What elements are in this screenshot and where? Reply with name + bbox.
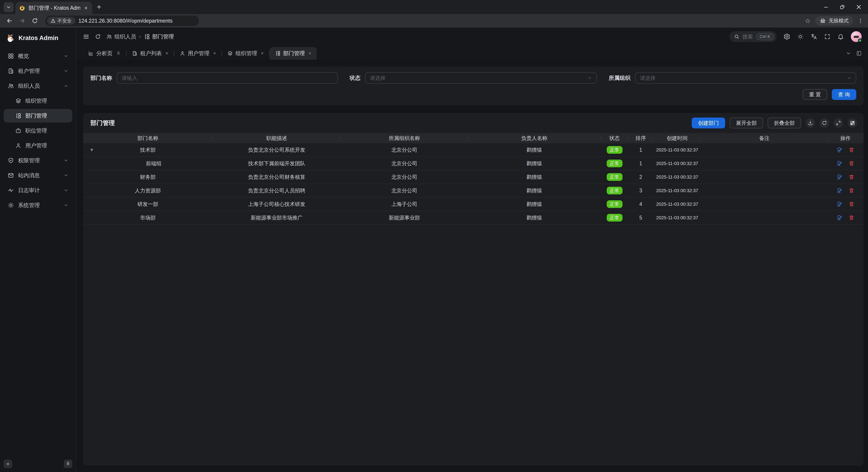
- pin-icon[interactable]: [116, 51, 121, 56]
- search-button[interactable]: 查 询: [832, 89, 856, 100]
- page-tab-dept-manage[interactable]: 部门管理 ×: [270, 47, 317, 60]
- browser-tab[interactable]: 部门管理 - Kratos Admin ×: [16, 2, 92, 14]
- sidebar-item-dept-manage[interactable]: 部门管理: [4, 109, 72, 123]
- filter-field-org: 所属组织 请选择: [609, 72, 856, 84]
- column-header[interactable]: 状态: [601, 135, 628, 142]
- create-dept-button[interactable]: 创建部门: [692, 118, 725, 128]
- user-avatar[interactable]: [851, 31, 862, 42]
- sidebar-item-org-manage[interactable]: 组织管理: [4, 94, 72, 107]
- status-select[interactable]: 请选择: [365, 72, 597, 84]
- column-header[interactable]: 操作: [828, 135, 863, 142]
- sidebar-item-position-manage[interactable]: 职位管理: [4, 124, 72, 137]
- sidebar-item-system[interactable]: 系统管理: [4, 198, 72, 212]
- sidebar-collapse-button[interactable]: «: [4, 460, 12, 468]
- settings-gear-icon[interactable]: [783, 33, 790, 40]
- security-chip[interactable]: 不安全: [47, 17, 75, 25]
- sidebar-item-permission[interactable]: 权限管理: [4, 154, 72, 167]
- page-refresh-icon[interactable]: [95, 34, 101, 39]
- table-refresh-button[interactable]: [819, 118, 829, 128]
- column-header[interactable]: 职能描述: [213, 135, 341, 142]
- reset-button[interactable]: 重 置: [803, 89, 827, 100]
- app-shell: Kratos Admin 概览 租户管理 组织人员: [0, 28, 868, 472]
- translate-icon[interactable]: [811, 33, 817, 40]
- tab-close-icon[interactable]: ×: [261, 51, 264, 56]
- column-header[interactable]: 所属组织名称: [341, 135, 468, 142]
- sidebar-item-overview[interactable]: 概览: [4, 49, 72, 63]
- page-tab-user-manage[interactable]: 用户管理 ×: [174, 47, 221, 60]
- edit-button[interactable]: [837, 188, 843, 193]
- column-header[interactable]: 排序: [628, 135, 653, 142]
- table-row[interactable]: 研发一部 上海子公司核心技术研发 上海子公司 鹳狸猿 正常 4 2025-11-…: [83, 197, 864, 211]
- sidebar-item-label: 租户管理: [18, 67, 60, 74]
- sidebar-item-user-manage[interactable]: 用户管理: [4, 139, 72, 152]
- forward-button[interactable]: [17, 16, 27, 26]
- column-header[interactable]: 创建时间: [653, 135, 701, 142]
- bookmark-star-icon[interactable]: ☆: [805, 17, 811, 25]
- table-row[interactable]: 人力资源部 负责北京分公司人员招聘 北京分公司 鹳狸猿 正常 3 2025-11…: [83, 184, 864, 197]
- layout-panel-icon[interactable]: [856, 51, 862, 56]
- collapse-all-button[interactable]: 折叠全部: [768, 118, 801, 128]
- tab-close-icon[interactable]: ×: [213, 51, 216, 56]
- delete-button[interactable]: [848, 188, 855, 193]
- cell-org: 北京分公司: [341, 187, 468, 194]
- delete-button[interactable]: [848, 215, 855, 221]
- page-tab-org-manage[interactable]: 组织管理 ×: [222, 47, 269, 60]
- tab-close-icon[interactable]: ×: [84, 5, 89, 11]
- dept-name-input[interactable]: [122, 75, 333, 81]
- table-row[interactable]: 财务部 负责北京分公司财务核算 北京分公司 鹳狸猿 正常 2 2025-11-0…: [83, 170, 864, 184]
- sidebar-pin-button[interactable]: [64, 460, 72, 468]
- org-select[interactable]: 请选择: [635, 72, 856, 84]
- edit-button[interactable]: [837, 147, 843, 153]
- table-row[interactable]: 市场部 新能源事业部市场推广 新能源事业部 鹳狸猿 正常 5 2025-11-0…: [83, 211, 864, 225]
- page-tab-tenant-list[interactable]: 租户列表 ×: [127, 47, 174, 60]
- delete-button[interactable]: [848, 147, 855, 153]
- edit-button[interactable]: [837, 201, 843, 207]
- hamburger-menu-icon[interactable]: [83, 33, 90, 40]
- chevron-down-icon[interactable]: [846, 51, 851, 56]
- page-tab-analysis[interactable]: 分析页: [83, 47, 126, 60]
- url-bar[interactable]: 不安全 124.221.26.30:8080/#/opm/departments: [45, 15, 199, 26]
- delete-button[interactable]: [848, 174, 855, 180]
- global-search[interactable]: 搜索 Ctrl K: [730, 31, 777, 42]
- restore-button[interactable]: [839, 4, 845, 10]
- row-expander-icon[interactable]: ▼: [90, 147, 94, 153]
- column-header[interactable]: 备注: [701, 135, 828, 142]
- back-button[interactable]: [4, 16, 14, 26]
- table-row[interactable]: 前端组 技术部下属前端开发团队 北京分公司 鹳狸猿 正常 1 2025-11-0…: [83, 157, 864, 170]
- chevron-down-icon: [64, 54, 68, 58]
- sidebar-item-org-people[interactable]: 组织人员: [4, 79, 72, 93]
- sidebar-item-tenant[interactable]: 租户管理: [4, 64, 72, 78]
- edit-button[interactable]: [837, 215, 843, 221]
- table-row[interactable]: ▼技术部 负责北京分公司系统开发 北京分公司 鹳狸猿 正常 1 2025-11-…: [83, 143, 864, 157]
- delete-button[interactable]: [848, 201, 855, 207]
- tab-close-icon[interactable]: ×: [309, 51, 311, 56]
- table-fullscreen-button[interactable]: [834, 118, 843, 128]
- tab-search-button[interactable]: [4, 2, 13, 12]
- cell-org: 新能源事业部: [341, 214, 468, 221]
- sidebar-item-messages[interactable]: 站内消息: [4, 169, 72, 182]
- sidebar-item-audit-log[interactable]: 日志审计: [4, 184, 72, 197]
- sidebar-item-label: 部门管理: [25, 112, 68, 119]
- breadcrumb-parent[interactable]: 组织人员: [106, 33, 136, 40]
- edit-button[interactable]: [837, 174, 843, 180]
- pulse-icon: [8, 187, 14, 193]
- minimize-button[interactable]: [823, 4, 829, 10]
- column-header[interactable]: 部门名称: [83, 135, 213, 142]
- column-header[interactable]: 负责人名称: [468, 135, 601, 142]
- theme-sun-icon[interactable]: [797, 33, 804, 40]
- delete-button[interactable]: [848, 160, 855, 166]
- status-badge: 正常: [607, 200, 622, 208]
- close-window-button[interactable]: [856, 4, 862, 10]
- download-button[interactable]: [806, 118, 815, 128]
- fullscreen-icon[interactable]: [824, 33, 831, 40]
- breadcrumb: 组织人员 › 部门管理: [106, 33, 174, 40]
- search-placeholder: 搜索: [743, 33, 753, 40]
- notification-bell-icon[interactable]: [837, 33, 844, 40]
- column-settings-button[interactable]: [848, 118, 857, 128]
- expand-all-button[interactable]: 展开全部: [730, 118, 763, 128]
- new-tab-button[interactable]: +: [97, 2, 101, 11]
- edit-button[interactable]: [837, 160, 843, 166]
- reload-button[interactable]: [30, 16, 40, 26]
- browser-menu-icon[interactable]: [858, 18, 864, 24]
- tab-close-icon[interactable]: ×: [165, 51, 168, 56]
